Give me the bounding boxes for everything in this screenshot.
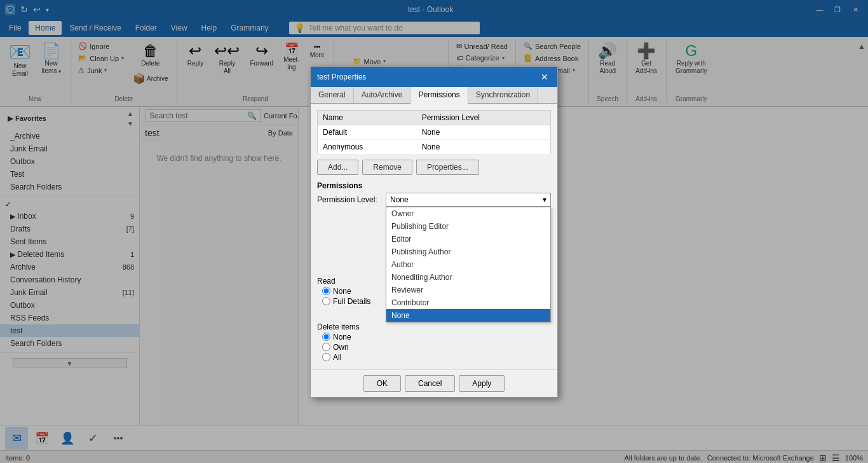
read-full-label: Full Details (333, 297, 370, 306)
properties-button[interactable]: Properties... (416, 160, 479, 175)
option-author[interactable]: Author (386, 258, 550, 271)
modal-tabs: General AutoArchive Permissions Synchron… (311, 87, 557, 104)
option-editor[interactable]: Editor (386, 233, 550, 245)
option-publishing-author[interactable]: Publishing Author (386, 245, 550, 258)
row-anonymous-name: Anonymous (318, 139, 417, 154)
option-publishing-editor[interactable]: Publishing Editor (386, 220, 550, 233)
ok-button[interactable]: OK (363, 375, 401, 392)
modal-body: Name Permission Level Default None Anony… (311, 104, 557, 370)
delete-all-radio: All (322, 353, 551, 362)
option-nonediting-author[interactable]: Nonediting Author (386, 271, 550, 284)
permission-level-select[interactable]: None ▾ (386, 193, 551, 207)
delete-none-radio: None (322, 333, 551, 342)
permission-level-label: Permission Level: (317, 195, 381, 204)
option-none[interactable]: None (386, 309, 550, 322)
cancel-button[interactable]: Cancel (405, 375, 455, 392)
option-owner[interactable]: Owner (386, 207, 550, 220)
col-name-header: Name (318, 110, 417, 125)
delete-none-label: None (333, 333, 351, 342)
modal-overlay: test Properties ✕ General AutoArchive Pe… (0, 0, 868, 463)
dropdown-arrow-icon: ▾ (543, 195, 546, 204)
modal-tab-permissions[interactable]: Permissions (410, 87, 468, 104)
modal-titlebar: test Properties ✕ (311, 67, 557, 87)
delete-none-input[interactable] (322, 333, 330, 341)
table-row-anonymous[interactable]: Anonymous None (318, 139, 551, 154)
row-default-name: Default (318, 125, 417, 139)
permissions-btn-row: Add... Remove Properties... (317, 160, 551, 175)
row-anonymous-level: None (417, 139, 551, 154)
modal-dialog: test Properties ✕ General AutoArchive Pe… (310, 66, 558, 397)
apply-button[interactable]: Apply (459, 375, 505, 392)
delete-items-section: Delete items None Own All (317, 322, 551, 362)
permission-level-value: None (390, 195, 409, 204)
permission-level-row: Permission Level: None ▾ Owner Publishin… (317, 193, 551, 207)
permissions-table: Name Permission Level Default None Anony… (317, 110, 551, 155)
row-default-level: None (417, 125, 551, 139)
modal-title: test Properties (317, 73, 366, 81)
read-full-input[interactable] (322, 297, 330, 305)
delete-all-input[interactable] (322, 353, 330, 361)
delete-own-radio: Own (322, 343, 551, 352)
modal-tab-synchronization[interactable]: Synchronization (468, 87, 538, 103)
remove-button[interactable]: Remove (362, 160, 412, 175)
permission-dropdown-list: Owner Publishing Editor Editor Publishin… (386, 207, 551, 322)
option-contributor[interactable]: Contributor (386, 296, 550, 309)
table-row-default[interactable]: Default None (318, 125, 551, 139)
add-button[interactable]: Add... (317, 160, 358, 175)
read-none-input[interactable] (322, 287, 330, 295)
permission-level-select-wrapper: None ▾ Owner Publishing Editor Editor Pu… (386, 193, 551, 207)
delete-items-label: Delete items (317, 322, 551, 331)
modal-footer: OK Cancel Apply (311, 370, 557, 397)
modal-tab-general[interactable]: General (311, 87, 354, 103)
delete-all-label: All (333, 353, 341, 362)
delete-own-label: Own (333, 343, 349, 352)
read-none-label: None (333, 287, 351, 296)
permissions-section-label: Permissions (317, 181, 551, 190)
modal-close-button[interactable]: ✕ (538, 71, 551, 83)
col-permission-header: Permission Level (417, 110, 551, 125)
option-reviewer[interactable]: Reviewer (386, 284, 550, 296)
delete-own-input[interactable] (322, 343, 330, 351)
modal-tab-autoarchive[interactable]: AutoArchive (354, 87, 411, 103)
